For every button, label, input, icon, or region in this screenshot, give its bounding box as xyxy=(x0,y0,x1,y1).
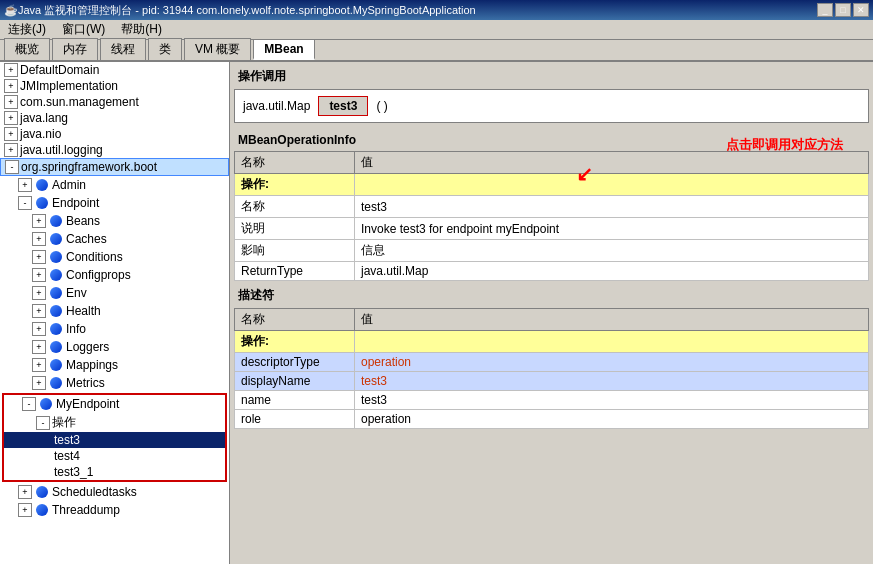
expand-javautillogging[interactable]: + xyxy=(4,143,18,157)
descriptor-table: 名称 值 操作: descriptorType operation displa… xyxy=(234,308,869,429)
expand-javanio[interactable]: + xyxy=(4,127,18,141)
window-controls[interactable]: _ □ ✕ xyxy=(817,3,869,17)
expand-info[interactable]: + xyxy=(32,322,46,336)
sidebar-item-metrics[interactable]: + Metrics xyxy=(0,374,229,392)
mbean-row-value-3: java.util.Map xyxy=(355,262,869,281)
expand-loggers[interactable]: + xyxy=(32,340,46,354)
sidebar-item-scheduledtasks[interactable]: + Scheduledtasks xyxy=(0,483,229,501)
sidebar-item-test3-1[interactable]: test3_1 xyxy=(4,464,225,480)
sidebar-item-test4[interactable]: test4 xyxy=(4,448,225,464)
sidebar-item-conditions[interactable]: + Conditions xyxy=(0,248,229,266)
sidebar-item-test3[interactable]: test3 xyxy=(4,432,225,448)
sidebar-item-endpoint[interactable]: - Endpoint xyxy=(0,194,229,212)
metrics-label: Metrics xyxy=(66,376,105,390)
tab-bar: 概览 内存 线程 类 VM 概要 MBean xyxy=(0,40,873,62)
expand-jmimplementation[interactable]: + xyxy=(4,79,18,93)
defaultdomain-label: DefaultDomain xyxy=(20,63,99,77)
sidebar-item-loggers[interactable]: + Loggers xyxy=(0,338,229,356)
expand-orgspringframeworkboot[interactable]: - xyxy=(5,160,19,174)
expand-admin[interactable]: + xyxy=(18,178,32,192)
sidebar-item-info[interactable]: + Info xyxy=(0,320,229,338)
menu-window[interactable]: 窗口(W) xyxy=(54,19,113,40)
expand-mappings[interactable]: + xyxy=(32,358,46,372)
javautillogging-label: java.util.logging xyxy=(20,143,103,157)
sidebar-item-jmimplementation[interactable]: + JMImplementation xyxy=(0,78,229,94)
sidebar-item-env[interactable]: + Env xyxy=(0,284,229,302)
title-bar: ☕ Java 监视和管理控制台 - pid: 31944 com.lonely.… xyxy=(0,0,873,20)
beans-label: Beans xyxy=(66,214,100,228)
sidebar-item-myendpoint[interactable]: - MyEndpoint xyxy=(4,395,225,413)
desc-op-label: 操作: xyxy=(235,331,355,353)
javalang-label: java.lang xyxy=(20,111,68,125)
sidebar-item-threaddump[interactable]: + Threaddump xyxy=(0,501,229,519)
descriptor-header: 描述符 xyxy=(234,285,869,306)
mbean-info-table: 名称 值 操作: 名称 test3 说明 Invoke tes xyxy=(234,151,869,281)
desc-row-name-1: displayName xyxy=(235,372,355,391)
menu-connect[interactable]: 连接(J) xyxy=(0,19,54,40)
menu-help[interactable]: 帮助(H) xyxy=(113,19,170,40)
endpoint-icon xyxy=(34,195,50,211)
tab-memory[interactable]: 内存 xyxy=(52,38,98,60)
mbean-operation-row: 操作: xyxy=(235,174,869,196)
mappings-icon xyxy=(48,357,64,373)
mappings-label: Mappings xyxy=(66,358,118,372)
app-icon: ☕ xyxy=(4,4,18,17)
mbean-row-name-3: ReturnType xyxy=(235,262,355,281)
expand-javalang[interactable]: + xyxy=(4,111,18,125)
sidebar-item-javanio[interactable]: + java.nio xyxy=(0,126,229,142)
mbean-row-name-0: 名称 xyxy=(235,196,355,218)
expand-scheduledtasks[interactable]: + xyxy=(18,485,32,499)
expand-metrics[interactable]: + xyxy=(32,376,46,390)
expand-configprops[interactable]: + xyxy=(32,268,46,282)
sidebar-item-admin[interactable]: + Admin xyxy=(0,176,229,194)
table-row: ReturnType java.util.Map xyxy=(235,262,869,281)
table-row: role operation xyxy=(235,410,869,429)
expand-threaddump[interactable]: + xyxy=(18,503,32,517)
tab-vm[interactable]: VM 概要 xyxy=(184,38,251,60)
expand-endpoint[interactable]: - xyxy=(18,196,32,210)
expand-myendpoint-ops[interactable]: - xyxy=(36,416,50,430)
sidebar-item-myendpoint-ops[interactable]: - 操作 xyxy=(4,413,225,432)
tab-mbean[interactable]: MBean xyxy=(253,39,314,60)
sidebar-item-health[interactable]: + Health xyxy=(0,302,229,320)
expand-comsunmanagement[interactable]: + xyxy=(4,95,18,109)
expand-caches[interactable]: + xyxy=(32,232,46,246)
expand-myendpoint[interactable]: - xyxy=(22,397,36,411)
desc-row-value-3: operation xyxy=(355,410,869,429)
window-title: Java 监视和管理控制台 - pid: 31944 com.lonely.wo… xyxy=(18,3,817,18)
annotation-label: 点击即调用对应方法 xyxy=(726,137,843,152)
sidebar-item-javautillogging[interactable]: + java.util.logging xyxy=(0,142,229,158)
expand-beans[interactable]: + xyxy=(32,214,46,228)
sidebar-item-configprops[interactable]: + Configprops xyxy=(0,266,229,284)
sidebar-item-mappings[interactable]: + Mappings xyxy=(0,356,229,374)
close-button[interactable]: ✕ xyxy=(853,3,869,17)
comsunmanagement-label: com.sun.management xyxy=(20,95,139,109)
expand-env[interactable]: + xyxy=(32,286,46,300)
expand-health[interactable]: + xyxy=(32,304,46,318)
configprops-label: Configprops xyxy=(66,268,131,282)
operation-invoke-area: java.util.Map test3 ( ) xyxy=(234,89,869,123)
maximize-button[interactable]: □ xyxy=(835,3,851,17)
tab-classes[interactable]: 类 xyxy=(148,38,182,60)
myendpoint-ops-label: 操作 xyxy=(52,414,76,431)
sidebar-item-caches[interactable]: + Caches xyxy=(0,230,229,248)
tab-overview[interactable]: 概览 xyxy=(4,38,50,60)
expand-defaultdomain[interactable]: + xyxy=(4,63,18,77)
invoke-button[interactable]: test3 xyxy=(318,96,368,116)
sidebar-item-orgspringframeworkboot[interactable]: - org.springframework.boot xyxy=(0,158,229,176)
sidebar-item-defaultdomain[interactable]: + DefaultDomain xyxy=(0,62,229,78)
expand-conditions[interactable]: + xyxy=(32,250,46,264)
sidebar-item-beans[interactable]: + Beans xyxy=(0,212,229,230)
health-label: Health xyxy=(66,304,101,318)
loggers-icon xyxy=(48,339,64,355)
operation-invoke-header: 操作调用 xyxy=(234,66,869,87)
mbean-op-value xyxy=(355,174,869,196)
env-label: Env xyxy=(66,286,87,300)
desc-col-name: 名称 xyxy=(235,309,355,331)
conditions-label: Conditions xyxy=(66,250,123,264)
sidebar-item-comsunmanagement[interactable]: + com.sun.management xyxy=(0,94,229,110)
scheduledtasks-label: Scheduledtasks xyxy=(52,485,137,499)
minimize-button[interactable]: _ xyxy=(817,3,833,17)
sidebar-item-javalang[interactable]: + java.lang xyxy=(0,110,229,126)
tab-threads[interactable]: 线程 xyxy=(100,38,146,60)
